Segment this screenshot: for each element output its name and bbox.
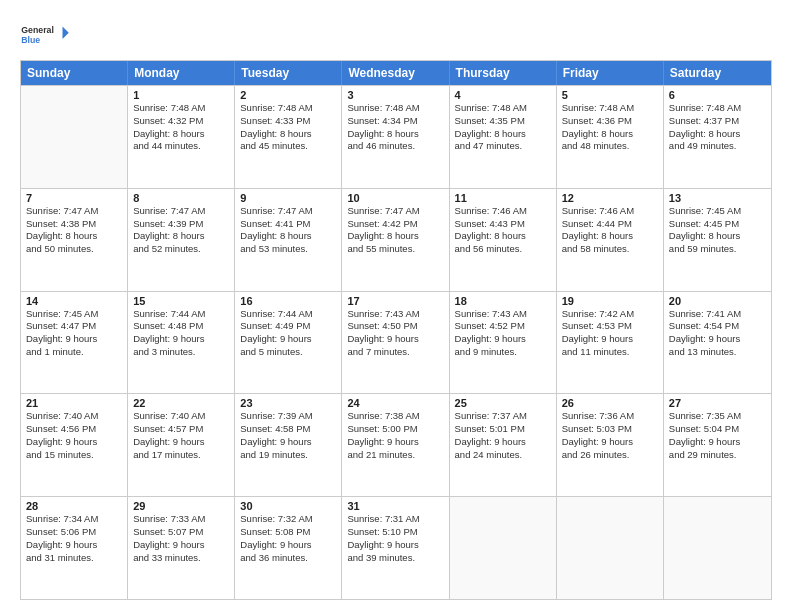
cell-line: Daylight: 9 hours [562, 436, 658, 449]
cell-line: and 11 minutes. [562, 346, 658, 359]
empty-cell [557, 497, 664, 599]
day-number: 11 [455, 192, 551, 204]
cell-line: Sunset: 4:34 PM [347, 115, 443, 128]
cell-line: Sunset: 4:52 PM [455, 320, 551, 333]
week-row-4: 21Sunrise: 7:40 AMSunset: 4:56 PMDayligh… [21, 393, 771, 496]
day-cell-22: 22Sunrise: 7:40 AMSunset: 4:57 PMDayligh… [128, 394, 235, 496]
cell-line: Sunset: 4:50 PM [347, 320, 443, 333]
day-cell-1: 1Sunrise: 7:48 AMSunset: 4:32 PMDaylight… [128, 86, 235, 188]
cell-line: and 39 minutes. [347, 552, 443, 565]
day-number: 30 [240, 500, 336, 512]
cell-line: Sunset: 4:57 PM [133, 423, 229, 436]
cell-line: Daylight: 9 hours [240, 333, 336, 346]
cell-line: Sunset: 4:33 PM [240, 115, 336, 128]
day-number: 27 [669, 397, 766, 409]
cell-line: Daylight: 9 hours [669, 333, 766, 346]
cell-line: and 45 minutes. [240, 140, 336, 153]
cell-line: and 49 minutes. [669, 140, 766, 153]
day-cell-30: 30Sunrise: 7:32 AMSunset: 5:08 PMDayligh… [235, 497, 342, 599]
cell-line: Sunrise: 7:43 AM [455, 308, 551, 321]
cell-line: and 47 minutes. [455, 140, 551, 153]
cell-line: and 9 minutes. [455, 346, 551, 359]
cell-line: Sunset: 4:39 PM [133, 218, 229, 231]
header: General Blue [20, 16, 772, 52]
cell-line: Sunset: 4:32 PM [133, 115, 229, 128]
day-number: 28 [26, 500, 122, 512]
cell-line: Daylight: 8 hours [26, 230, 122, 243]
cell-line: Sunset: 4:45 PM [669, 218, 766, 231]
day-number: 19 [562, 295, 658, 307]
page: General Blue SundayMondayTuesdayWednesda… [0, 0, 792, 612]
cell-line: Sunset: 4:44 PM [562, 218, 658, 231]
cell-line: Daylight: 9 hours [347, 539, 443, 552]
cell-line: and 31 minutes. [26, 552, 122, 565]
col-header-wednesday: Wednesday [342, 61, 449, 85]
svg-text:Blue: Blue [21, 35, 40, 45]
day-cell-2: 2Sunrise: 7:48 AMSunset: 4:33 PMDaylight… [235, 86, 342, 188]
cell-line: and 46 minutes. [347, 140, 443, 153]
cell-line: and 7 minutes. [347, 346, 443, 359]
cell-line: Sunset: 4:36 PM [562, 115, 658, 128]
cell-line: and 44 minutes. [133, 140, 229, 153]
cell-line: Sunset: 5:10 PM [347, 526, 443, 539]
day-number: 17 [347, 295, 443, 307]
cell-line: Sunset: 4:49 PM [240, 320, 336, 333]
day-number: 31 [347, 500, 443, 512]
cell-line: Sunrise: 7:34 AM [26, 513, 122, 526]
cell-line: Daylight: 8 hours [562, 230, 658, 243]
day-number: 10 [347, 192, 443, 204]
day-number: 21 [26, 397, 122, 409]
cell-line: Sunset: 4:42 PM [347, 218, 443, 231]
logo: General Blue [20, 16, 70, 52]
week-row-2: 7Sunrise: 7:47 AMSunset: 4:38 PMDaylight… [21, 188, 771, 291]
day-number: 2 [240, 89, 336, 101]
cell-line: Daylight: 8 hours [669, 128, 766, 141]
svg-text:General: General [21, 25, 54, 35]
cell-line: Sunrise: 7:36 AM [562, 410, 658, 423]
cell-line: and 33 minutes. [133, 552, 229, 565]
cell-line: and 50 minutes. [26, 243, 122, 256]
cell-line: and 48 minutes. [562, 140, 658, 153]
cell-line: Daylight: 9 hours [347, 436, 443, 449]
cell-line: Sunrise: 7:46 AM [455, 205, 551, 218]
day-number: 22 [133, 397, 229, 409]
cell-line: Sunrise: 7:41 AM [669, 308, 766, 321]
day-number: 16 [240, 295, 336, 307]
day-number: 9 [240, 192, 336, 204]
logo-svg: General Blue [20, 16, 70, 52]
day-cell-3: 3Sunrise: 7:48 AMSunset: 4:34 PMDaylight… [342, 86, 449, 188]
col-header-thursday: Thursday [450, 61, 557, 85]
day-number: 3 [347, 89, 443, 101]
cell-line: and 56 minutes. [455, 243, 551, 256]
day-number: 6 [669, 89, 766, 101]
cell-line: and 1 minute. [26, 346, 122, 359]
cell-line: Sunset: 5:07 PM [133, 526, 229, 539]
cell-line: and 17 minutes. [133, 449, 229, 462]
col-header-friday: Friday [557, 61, 664, 85]
cell-line: Sunrise: 7:37 AM [455, 410, 551, 423]
week-row-1: 1Sunrise: 7:48 AMSunset: 4:32 PMDaylight… [21, 85, 771, 188]
cell-line: Sunrise: 7:48 AM [240, 102, 336, 115]
cell-line: Sunset: 4:38 PM [26, 218, 122, 231]
cell-line: Sunrise: 7:38 AM [347, 410, 443, 423]
day-number: 24 [347, 397, 443, 409]
cell-line: Sunrise: 7:48 AM [347, 102, 443, 115]
cell-line: Daylight: 8 hours [133, 230, 229, 243]
cell-line: Sunset: 5:00 PM [347, 423, 443, 436]
cell-line: and 55 minutes. [347, 243, 443, 256]
day-cell-20: 20Sunrise: 7:41 AMSunset: 4:54 PMDayligh… [664, 292, 771, 394]
cell-line: Sunset: 4:53 PM [562, 320, 658, 333]
cell-line: Sunset: 5:01 PM [455, 423, 551, 436]
day-number: 13 [669, 192, 766, 204]
cell-line: and 36 minutes. [240, 552, 336, 565]
day-cell-12: 12Sunrise: 7:46 AMSunset: 4:44 PMDayligh… [557, 189, 664, 291]
cell-line: Sunset: 4:37 PM [669, 115, 766, 128]
cell-line: Sunset: 4:43 PM [455, 218, 551, 231]
day-cell-23: 23Sunrise: 7:39 AMSunset: 4:58 PMDayligh… [235, 394, 342, 496]
cell-line: Sunrise: 7:39 AM [240, 410, 336, 423]
cell-line: Sunrise: 7:44 AM [240, 308, 336, 321]
day-cell-18: 18Sunrise: 7:43 AMSunset: 4:52 PMDayligh… [450, 292, 557, 394]
cell-line: Daylight: 9 hours [455, 333, 551, 346]
week-row-3: 14Sunrise: 7:45 AMSunset: 4:47 PMDayligh… [21, 291, 771, 394]
cell-line: Sunrise: 7:32 AM [240, 513, 336, 526]
